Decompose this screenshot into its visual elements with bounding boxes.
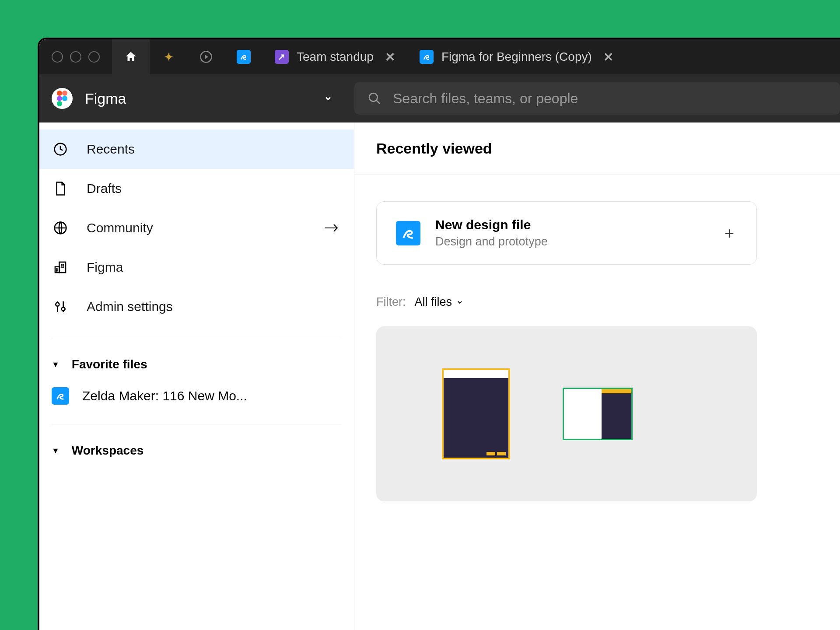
svg-point-4 (62, 96, 67, 101)
title-bar: ✦ Team standup ✕ Figma for Beginners (Co… (39, 39, 840, 74)
close-icon[interactable]: ✕ (385, 50, 395, 64)
filter-value: All files (415, 295, 452, 309)
section-header-label: Favorite files (72, 357, 147, 371)
body: Recents Drafts Community (39, 122, 840, 630)
sparkle-icon: ✦ (164, 50, 174, 64)
traffic-lights (39, 51, 112, 63)
workspaces-section-header[interactable]: ▼ Workspaces (39, 436, 354, 466)
tab-figma-beginners[interactable]: Figma for Beginners (Copy) ✕ (407, 39, 626, 74)
sidebar-item-label: Admin settings (87, 299, 173, 314)
new-design-file-card[interactable]: New design file Design and prototype ＋ (376, 201, 757, 265)
svg-point-12 (63, 265, 64, 266)
svg-point-3 (57, 96, 62, 101)
main-content: Recently viewed New design file Design a… (354, 122, 840, 630)
file-thumbnail[interactable] (442, 368, 510, 459)
tab-label: Team standup (297, 50, 374, 64)
search-input[interactable]: Search files, teams, or people (354, 82, 840, 115)
svg-point-6 (369, 93, 378, 102)
sidebar-item-label: Community (87, 220, 153, 235)
workspace-name: Figma (85, 90, 126, 107)
svg-point-13 (61, 267, 62, 268)
figjam-icon (237, 50, 251, 64)
sliders-icon (52, 300, 69, 314)
card-title: New design file (435, 217, 548, 232)
divider (52, 338, 342, 338)
sidebar: Recents Drafts Community (39, 122, 354, 630)
svg-point-11 (61, 265, 62, 266)
sidebar-item-label: Recents (87, 142, 135, 157)
svg-point-5 (57, 101, 62, 106)
file-thumbnail[interactable] (563, 388, 633, 440)
sidebar-item-label: Drafts (87, 181, 122, 196)
chevron-down-icon (456, 299, 463, 306)
workspace-switcher[interactable]: Figma (39, 88, 354, 109)
svg-point-1 (57, 91, 62, 96)
favorite-file-item[interactable]: Zelda Maker: 116 New Mo... (39, 379, 354, 413)
divider (52, 424, 342, 424)
divider (354, 175, 840, 175)
minimize-window-dot[interactable] (70, 51, 81, 63)
header-bar: Figma Search files, teams, or people (39, 74, 840, 122)
tab-team-standup[interactable]: Team standup ✕ (262, 39, 407, 74)
page-title: Recently viewed (376, 140, 840, 157)
zoom-window-dot[interactable] (88, 51, 100, 63)
filter-dropdown[interactable]: All files (415, 295, 464, 309)
design-file-icon (420, 50, 434, 64)
sidebar-item-drafts[interactable]: Drafts (39, 169, 354, 208)
clock-icon (52, 142, 69, 156)
chevron-down-icon (324, 94, 332, 103)
figma-logo-icon (52, 88, 73, 109)
app-window: ✦ Team standup ✕ Figma for Beginners (Co… (38, 38, 840, 630)
svg-point-2 (62, 91, 67, 96)
svg-point-14 (63, 267, 64, 268)
design-file-icon (52, 387, 69, 405)
arrow-right-icon (324, 223, 339, 233)
sidebar-item-figma-org[interactable]: Figma (39, 248, 354, 287)
favorites-section-header[interactable]: ▼ Favorite files (39, 350, 354, 379)
svg-point-18 (62, 307, 65, 311)
sidebar-item-community[interactable]: Community (39, 208, 354, 248)
design-file-icon (396, 221, 420, 245)
plus-icon: ＋ (721, 222, 737, 244)
filter-row: Filter: All files (376, 295, 840, 309)
sidebar-item-recents[interactable]: Recents (39, 130, 354, 169)
svg-point-15 (56, 269, 57, 270)
close-window-dot[interactable] (52, 51, 63, 63)
svg-point-16 (56, 270, 57, 271)
svg-point-17 (56, 303, 59, 306)
tab-label: Figma for Beginners (Copy) (441, 50, 592, 64)
home-tab[interactable] (112, 39, 150, 74)
buildings-icon (52, 260, 69, 274)
card-text: New design file Design and prototype (435, 217, 548, 248)
section-header-label: Workspaces (72, 444, 144, 458)
sparkle-tab[interactable]: ✦ (150, 39, 187, 74)
favorite-file-label: Zelda Maker: 116 New Mo... (82, 388, 247, 403)
filter-label: Filter: (376, 295, 406, 309)
card-subtitle: Design and prototype (435, 235, 548, 248)
sidebar-item-admin[interactable]: Admin settings (39, 287, 354, 326)
figjam-file-icon (275, 50, 289, 64)
search-placeholder: Search files, teams, or people (393, 91, 578, 107)
sidebar-item-label: Figma (87, 260, 123, 275)
chevron-down-icon: ▼ (52, 360, 60, 369)
file-icon (52, 181, 69, 196)
chevron-down-icon: ▼ (52, 446, 60, 455)
close-icon[interactable]: ✕ (603, 50, 613, 64)
play-tab[interactable] (187, 39, 225, 74)
figjam-tab[interactable] (225, 39, 262, 74)
file-thumbnail-grid (376, 326, 757, 501)
play-icon (200, 50, 213, 63)
globe-icon (52, 221, 69, 235)
home-icon (124, 50, 137, 63)
search-icon (368, 91, 382, 105)
